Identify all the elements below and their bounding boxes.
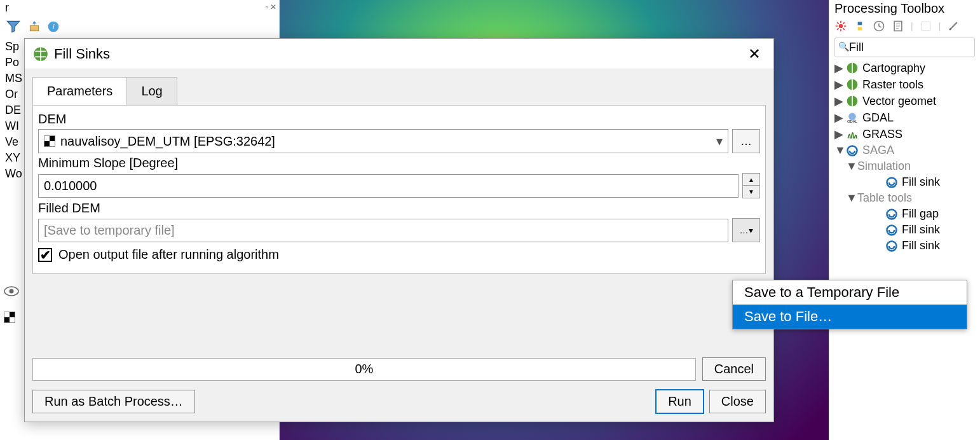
- open-output-checkbox-row[interactable]: ✔ Open output file after running algorit…: [38, 242, 760, 267]
- tree-label: GRASS: [862, 128, 902, 141]
- svg-point-4: [10, 289, 14, 294]
- min-slope-value: 0.010000: [44, 179, 97, 193]
- svg-point-5: [839, 24, 843, 29]
- min-slope-label: Minimum Slope [Degree]: [38, 153, 760, 173]
- search-icon: 🔍: [838, 41, 849, 52]
- tree-label: Cartography: [862, 62, 925, 75]
- tree-cartography[interactable]: ▶Cartography: [832, 60, 977, 76]
- algorithm-tree: ▶Cartography ▶Raster tools ▶Vector geome…: [829, 60, 980, 254]
- layers-panel-title: r: [0, 0, 279, 16]
- min-slope-input[interactable]: 0.010000: [38, 174, 738, 198]
- chevron-right-icon: ▶: [834, 127, 842, 141]
- python-icon[interactable]: [854, 20, 866, 32]
- svg-rect-8: [922, 22, 930, 30]
- cancel-button[interactable]: Cancel: [702, 357, 766, 381]
- dialog-header: Fill Sinks ✕: [25, 39, 773, 69]
- qgis-icon: [32, 46, 49, 62]
- toolbox-toolbar: | |: [829, 17, 980, 35]
- tree-fill-sinks-b[interactable]: Fill sink: [832, 238, 977, 254]
- tree-label: GDAL: [862, 111, 894, 125]
- chevron-down-icon: ▼: [846, 160, 854, 173]
- tree-simulation[interactable]: ▼Simulation: [832, 158, 977, 174]
- chevron-right-icon: ▶: [834, 111, 842, 125]
- layers-toolbar: i: [0, 16, 279, 38]
- svg-rect-0: [30, 25, 38, 31]
- open-output-label: Open output file after running algorithm: [58, 247, 279, 262]
- checkbox-checked-icon: ✔: [38, 248, 52, 262]
- options-icon[interactable]: [947, 20, 960, 32]
- svg-point-10: [848, 113, 856, 121]
- menu-save-to-file[interactable]: Save to File…: [733, 305, 967, 329]
- chevron-right-icon: ▶: [834, 94, 842, 108]
- svg-text:GDAL: GDAL: [847, 120, 858, 123]
- parameters-panel: DEM nauvalisoy_DEM_UTM [EPSG:32642] ▾ … …: [32, 105, 766, 274]
- filled-dem-save-button[interactable]: …▾: [732, 218, 760, 242]
- run-button[interactable]: Run: [655, 389, 704, 414]
- gear-icon[interactable]: [834, 20, 847, 32]
- tree-label: Fill sink: [902, 239, 940, 252]
- toolbox-title: Processing Toolbox: [829, 0, 980, 17]
- tree-fill-sinks-a[interactable]: Fill sink: [832, 222, 977, 238]
- menu-save-temporary[interactable]: Save to a Temporary File: [733, 280, 967, 305]
- history-icon[interactable]: [873, 20, 885, 32]
- run-batch-button[interactable]: Run as Batch Process…: [32, 390, 195, 413]
- chevron-right-icon: ▶: [834, 78, 842, 92]
- tree-grass[interactable]: ▶GRASS: [832, 126, 977, 142]
- dem-combo[interactable]: nauvalisoy_DEM_UTM [EPSG:32642] ▾: [38, 129, 728, 153]
- visibility-eye-icon[interactable]: [4, 286, 19, 296]
- dem-value: nauvalisoy_DEM_UTM [EPSG:32642]: [60, 134, 275, 149]
- edit-model-icon[interactable]: [920, 20, 932, 32]
- tree-label: Vector geomet: [862, 95, 936, 108]
- ellipsis-icon: …: [740, 225, 749, 235]
- chevron-down-icon: ▼: [846, 191, 854, 205]
- close-dialog-button[interactable]: Close: [709, 390, 766, 413]
- svg-text:i: i: [53, 22, 55, 31]
- chevron-right-icon: ▶: [834, 61, 842, 75]
- results-icon[interactable]: [892, 20, 904, 32]
- fill-sinks-dialog: Fill Sinks ✕ Parameters Log DEM nauvalis…: [24, 38, 774, 422]
- spinner-down[interactable]: ▼: [743, 186, 759, 198]
- dock-controls[interactable]: ▫ ✕: [265, 3, 276, 11]
- tree-label: SAGA: [862, 144, 894, 157]
- tree-label: Fill gap: [902, 207, 939, 221]
- svg-point-9: [949, 29, 951, 31]
- raster-layer-icon[interactable]: [4, 312, 15, 325]
- tree-vector-geometry[interactable]: ▶Vector geomet: [832, 93, 977, 109]
- dem-browse-button[interactable]: …: [732, 129, 760, 153]
- filled-dem-input[interactable]: [Save to temporary file]: [38, 219, 728, 242]
- min-slope-spinner: ▲ ▼: [742, 173, 760, 198]
- progress-row: 0% Cancel: [32, 357, 766, 381]
- filled-dem-label: Filled DEM: [38, 198, 760, 218]
- tree-label: Fill sink: [902, 175, 940, 189]
- tree-label: Raster tools: [862, 78, 923, 92]
- processing-toolbox: Processing Toolbox | | 🔍 ▶Cartography ▶R…: [829, 0, 980, 440]
- tree-fill-sinks-sim[interactable]: Fill sink: [832, 174, 977, 190]
- progress-bar: 0%: [32, 358, 696, 381]
- tree-table-tools[interactable]: ▼Table tools: [832, 190, 977, 206]
- close-button[interactable]: ✕: [743, 43, 766, 65]
- save-destination-menu: Save to a Temporary File Save to File…: [732, 280, 967, 329]
- tree-label: Table tools: [857, 191, 912, 205]
- toolbox-search: 🔍: [834, 38, 975, 57]
- dialog-title: Fill Sinks: [54, 46, 110, 62]
- dem-label: DEM: [38, 109, 760, 129]
- expand-icon[interactable]: [28, 20, 41, 33]
- info-icon[interactable]: i: [47, 20, 60, 33]
- chevron-down-icon: ▼: [834, 144, 842, 157]
- spinner-up[interactable]: ▲: [743, 174, 759, 186]
- dialog-buttons: Run as Batch Process… Run Close: [32, 389, 766, 414]
- raster-icon: [44, 135, 55, 147]
- search-input[interactable]: [834, 38, 975, 57]
- tab-parameters[interactable]: Parameters: [32, 77, 127, 105]
- tree-label: Simulation: [857, 160, 911, 173]
- filter-icon[interactable]: [5, 18, 22, 35]
- tree-raster-tools[interactable]: ▶Raster tools: [832, 76, 977, 93]
- tab-log[interactable]: Log: [127, 77, 177, 105]
- chevron-down-icon: ▾: [716, 134, 723, 149]
- tree-saga[interactable]: ▼SAGA: [832, 142, 977, 158]
- chevron-down-icon: ▾: [749, 225, 753, 235]
- dialog-tabs: Parameters Log: [32, 77, 773, 105]
- tree-fill-gaps[interactable]: Fill gap: [832, 206, 977, 222]
- tree-gdal[interactable]: ▶GDALGDAL: [832, 109, 977, 126]
- tree-label: Fill sink: [902, 223, 940, 237]
